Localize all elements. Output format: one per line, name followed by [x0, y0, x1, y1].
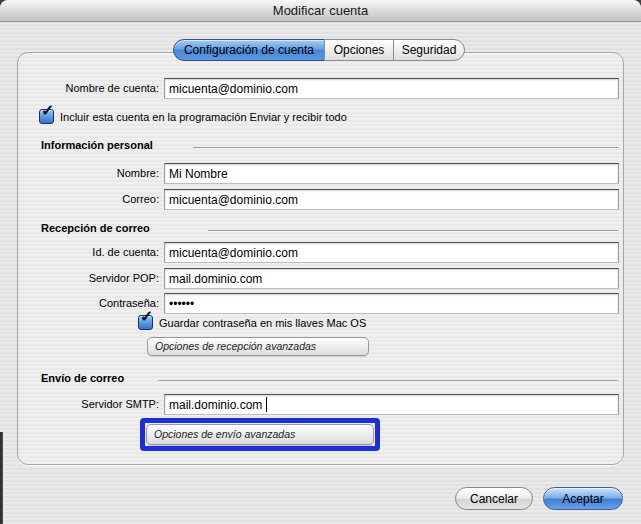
save-password-keychain-label: Guardar contraseña en mis llaves Mac OS	[159, 317, 366, 329]
highlight-outline: Opciones de envío avanzadas	[140, 418, 380, 451]
cancel-button[interactable]: Cancelar	[455, 487, 533, 510]
password-input[interactable]	[164, 293, 619, 314]
password-label: Contraseña:	[18, 297, 159, 309]
receiving-mail-header: Recepción de correo	[41, 222, 150, 234]
account-settings-panel: Nombre de cuenta: ✓ Incluir esta cuenta …	[17, 52, 624, 465]
tab-account-settings[interactable]: Configuración de cuenta	[173, 39, 325, 61]
modify-account-dialog: Modificar cuenta Nombre de cuenta: ✓ Inc…	[0, 0, 641, 524]
sending-mail-header: Envío de correo	[41, 372, 124, 384]
tab-options[interactable]: Opciones	[324, 39, 394, 61]
checkmark-icon: ✓	[140, 309, 153, 325]
pop-server-label: Servidor POP:	[18, 272, 159, 284]
section-divider	[208, 230, 618, 231]
account-id-input[interactable]	[164, 242, 619, 263]
account-name-label: Nombre de cuenta:	[18, 82, 159, 94]
personal-info-header: Información personal	[41, 139, 153, 151]
include-in-schedule-label: Incluir esta cuenta en la programación E…	[60, 111, 347, 123]
tab-security[interactable]: Seguridad	[393, 39, 465, 61]
section-divider	[158, 380, 618, 381]
titlebar[interactable]: Modificar cuenta	[0, 0, 641, 22]
smtp-server-input[interactable]	[164, 394, 619, 415]
tab-bar: Configuración de cuenta Opciones Segurid…	[173, 39, 465, 61]
include-in-schedule-checkbox[interactable]: ✓	[39, 109, 54, 124]
smtp-server-label: Servidor SMTP:	[18, 398, 159, 410]
name-input[interactable]	[164, 163, 619, 184]
section-divider	[193, 147, 618, 148]
account-name-input[interactable]	[164, 78, 619, 99]
checkmark-icon: ✓	[41, 103, 54, 119]
screen-edge-artifact	[0, 432, 3, 524]
name-label: Nombre:	[18, 167, 159, 179]
advanced-receiving-options-button[interactable]: Opciones de recepción avanzadas	[147, 337, 369, 356]
email-label: Correo:	[18, 193, 159, 205]
account-id-label: Id. de cuenta:	[18, 246, 159, 258]
email-input[interactable]	[164, 189, 619, 210]
save-password-keychain-checkbox[interactable]: ✓	[138, 315, 153, 330]
advanced-sending-options-button[interactable]: Opciones de envío avanzadas	[146, 424, 374, 445]
pop-server-input[interactable]	[164, 268, 619, 289]
window-title: Modificar cuenta	[273, 3, 368, 18]
accept-button[interactable]: Aceptar	[543, 487, 623, 510]
text-cursor	[266, 397, 267, 412]
